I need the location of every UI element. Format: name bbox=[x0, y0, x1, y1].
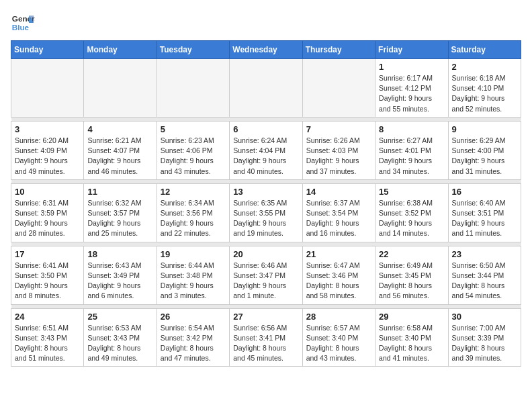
calendar-week-row: 10Sunrise: 6:31 AM Sunset: 3:59 PM Dayli… bbox=[11, 183, 521, 242]
calendar-cell: 23Sunrise: 6:50 AM Sunset: 3:44 PM Dayli… bbox=[448, 246, 521, 304]
day-number: 13 bbox=[233, 187, 298, 197]
calendar-cell: 10Sunrise: 6:31 AM Sunset: 3:59 PM Dayli… bbox=[11, 183, 84, 242]
calendar-week-row: 17Sunrise: 6:41 AM Sunset: 3:50 PM Dayli… bbox=[11, 246, 521, 304]
day-number: 29 bbox=[379, 312, 444, 322]
day-number: 3 bbox=[15, 124, 80, 134]
calendar-cell: 21Sunrise: 6:47 AM Sunset: 3:46 PM Dayli… bbox=[302, 246, 375, 304]
day-info: Sunrise: 6:40 AM Sunset: 3:51 PM Dayligh… bbox=[452, 198, 517, 239]
day-info: Sunrise: 6:21 AM Sunset: 4:07 PM Dayligh… bbox=[87, 136, 152, 177]
calendar-cell bbox=[157, 59, 229, 118]
day-number: 9 bbox=[452, 124, 517, 134]
calendar-cell: 24Sunrise: 6:51 AM Sunset: 3:43 PM Dayli… bbox=[11, 308, 84, 367]
day-number: 25 bbox=[87, 312, 152, 322]
day-number: 1 bbox=[379, 62, 444, 72]
logo-icon: General Blue bbox=[11, 11, 35, 35]
calendar-cell: 20Sunrise: 6:46 AM Sunset: 3:47 PM Dayli… bbox=[230, 246, 302, 304]
calendar-cell: 7Sunrise: 6:26 AM Sunset: 4:03 PM Daylig… bbox=[302, 121, 375, 179]
calendar-cell: 29Sunrise: 6:58 AM Sunset: 3:40 PM Dayli… bbox=[375, 308, 448, 367]
calendar-cell: 4Sunrise: 6:21 AM Sunset: 4:07 PM Daylig… bbox=[84, 121, 157, 179]
calendar-cell: 5Sunrise: 6:23 AM Sunset: 4:06 PM Daylig… bbox=[157, 121, 229, 179]
calendar-cell: 12Sunrise: 6:34 AM Sunset: 3:56 PM Dayli… bbox=[157, 183, 229, 242]
day-number: 14 bbox=[306, 187, 371, 197]
day-number: 17 bbox=[15, 249, 80, 259]
day-info: Sunrise: 6:53 AM Sunset: 3:43 PM Dayligh… bbox=[87, 323, 152, 364]
day-info: Sunrise: 6:26 AM Sunset: 4:03 PM Dayligh… bbox=[306, 136, 371, 177]
day-header-monday: Monday bbox=[84, 41, 157, 59]
day-info: Sunrise: 6:38 AM Sunset: 3:52 PM Dayligh… bbox=[379, 198, 444, 239]
day-number: 7 bbox=[306, 124, 371, 134]
day-info: Sunrise: 6:17 AM Sunset: 4:12 PM Dayligh… bbox=[379, 73, 444, 114]
calendar-cell bbox=[230, 59, 302, 118]
day-number: 11 bbox=[87, 187, 152, 197]
day-info: Sunrise: 6:56 AM Sunset: 3:41 PM Dayligh… bbox=[233, 323, 298, 364]
calendar-cell: 13Sunrise: 6:35 AM Sunset: 3:55 PM Dayli… bbox=[230, 183, 302, 242]
day-info: Sunrise: 6:32 AM Sunset: 3:57 PM Dayligh… bbox=[87, 198, 152, 239]
calendar-week-row: 3Sunrise: 6:20 AM Sunset: 4:09 PM Daylig… bbox=[11, 121, 521, 179]
logo: General Blue bbox=[11, 11, 35, 35]
day-info: Sunrise: 6:44 AM Sunset: 3:48 PM Dayligh… bbox=[161, 261, 226, 302]
calendar-cell: 22Sunrise: 6:49 AM Sunset: 3:45 PM Dayli… bbox=[375, 246, 448, 304]
calendar-cell bbox=[11, 59, 84, 118]
calendar-cell: 30Sunrise: 7:00 AM Sunset: 3:39 PM Dayli… bbox=[448, 308, 521, 367]
calendar-cell: 1Sunrise: 6:17 AM Sunset: 4:12 PM Daylig… bbox=[375, 59, 448, 118]
day-info: Sunrise: 6:35 AM Sunset: 3:55 PM Dayligh… bbox=[233, 198, 298, 239]
day-number: 4 bbox=[87, 124, 152, 134]
day-number: 20 bbox=[233, 249, 298, 259]
day-number: 6 bbox=[233, 124, 298, 134]
day-info: Sunrise: 6:54 AM Sunset: 3:42 PM Dayligh… bbox=[161, 323, 226, 364]
day-number: 22 bbox=[379, 249, 444, 259]
day-number: 26 bbox=[161, 312, 226, 322]
day-number: 30 bbox=[452, 312, 517, 322]
calendar-cell: 15Sunrise: 6:38 AM Sunset: 3:52 PM Dayli… bbox=[375, 183, 448, 242]
day-number: 8 bbox=[379, 124, 444, 134]
day-number: 2 bbox=[452, 62, 517, 72]
day-header-friday: Friday bbox=[375, 41, 448, 59]
calendar-week-row: 1Sunrise: 6:17 AM Sunset: 4:12 PM Daylig… bbox=[11, 59, 521, 118]
day-info: Sunrise: 6:27 AM Sunset: 4:01 PM Dayligh… bbox=[379, 136, 444, 177]
calendar-cell: 18Sunrise: 6:43 AM Sunset: 3:49 PM Dayli… bbox=[84, 246, 157, 304]
day-info: Sunrise: 6:41 AM Sunset: 3:50 PM Dayligh… bbox=[15, 261, 80, 302]
day-header-thursday: Thursday bbox=[302, 41, 375, 59]
day-number: 5 bbox=[161, 124, 226, 134]
calendar-cell: 26Sunrise: 6:54 AM Sunset: 3:42 PM Dayli… bbox=[157, 308, 229, 367]
day-header-sunday: Sunday bbox=[11, 41, 84, 59]
day-info: Sunrise: 6:49 AM Sunset: 3:45 PM Dayligh… bbox=[379, 261, 444, 302]
day-number: 21 bbox=[306, 249, 371, 259]
day-info: Sunrise: 6:23 AM Sunset: 4:06 PM Dayligh… bbox=[161, 136, 226, 177]
day-info: Sunrise: 6:57 AM Sunset: 3:40 PM Dayligh… bbox=[306, 323, 371, 364]
day-info: Sunrise: 6:43 AM Sunset: 3:49 PM Dayligh… bbox=[87, 261, 152, 302]
day-number: 24 bbox=[15, 312, 80, 322]
day-info: Sunrise: 6:46 AM Sunset: 3:47 PM Dayligh… bbox=[233, 261, 298, 302]
day-info: Sunrise: 7:00 AM Sunset: 3:39 PM Dayligh… bbox=[452, 323, 517, 364]
calendar-cell: 2Sunrise: 6:18 AM Sunset: 4:10 PM Daylig… bbox=[448, 59, 521, 118]
day-number: 15 bbox=[379, 187, 444, 197]
day-info: Sunrise: 6:47 AM Sunset: 3:46 PM Dayligh… bbox=[306, 261, 371, 302]
calendar-cell: 16Sunrise: 6:40 AM Sunset: 3:51 PM Dayli… bbox=[448, 183, 521, 242]
day-number: 19 bbox=[161, 249, 226, 259]
day-info: Sunrise: 6:50 AM Sunset: 3:44 PM Dayligh… bbox=[452, 261, 517, 302]
calendar-cell: 17Sunrise: 6:41 AM Sunset: 3:50 PM Dayli… bbox=[11, 246, 84, 304]
day-info: Sunrise: 6:58 AM Sunset: 3:40 PM Dayligh… bbox=[379, 323, 444, 364]
calendar-cell: 3Sunrise: 6:20 AM Sunset: 4:09 PM Daylig… bbox=[11, 121, 84, 179]
day-info: Sunrise: 6:34 AM Sunset: 3:56 PM Dayligh… bbox=[161, 198, 226, 239]
day-info: Sunrise: 6:31 AM Sunset: 3:59 PM Dayligh… bbox=[15, 198, 80, 239]
day-info: Sunrise: 6:24 AM Sunset: 4:04 PM Dayligh… bbox=[233, 136, 298, 177]
day-header-wednesday: Wednesday bbox=[230, 41, 302, 59]
calendar-cell: 28Sunrise: 6:57 AM Sunset: 3:40 PM Dayli… bbox=[302, 308, 375, 367]
day-number: 23 bbox=[452, 249, 517, 259]
day-header-tuesday: Tuesday bbox=[157, 41, 229, 59]
calendar-cell: 19Sunrise: 6:44 AM Sunset: 3:48 PM Dayli… bbox=[157, 246, 229, 304]
day-number: 18 bbox=[87, 249, 152, 259]
day-info: Sunrise: 6:37 AM Sunset: 3:54 PM Dayligh… bbox=[306, 198, 371, 239]
calendar-cell: 14Sunrise: 6:37 AM Sunset: 3:54 PM Dayli… bbox=[302, 183, 375, 242]
day-number: 10 bbox=[15, 187, 80, 197]
day-number: 12 bbox=[161, 187, 226, 197]
day-number: 16 bbox=[452, 187, 517, 197]
day-number: 28 bbox=[306, 312, 371, 322]
calendar-cell bbox=[302, 59, 375, 118]
svg-text:Blue: Blue bbox=[12, 23, 30, 32]
calendar-cell: 6Sunrise: 6:24 AM Sunset: 4:04 PM Daylig… bbox=[230, 121, 302, 179]
day-info: Sunrise: 6:51 AM Sunset: 3:43 PM Dayligh… bbox=[15, 323, 80, 364]
header: General Blue bbox=[11, 11, 521, 35]
calendar-cell: 9Sunrise: 6:29 AM Sunset: 4:00 PM Daylig… bbox=[448, 121, 521, 179]
